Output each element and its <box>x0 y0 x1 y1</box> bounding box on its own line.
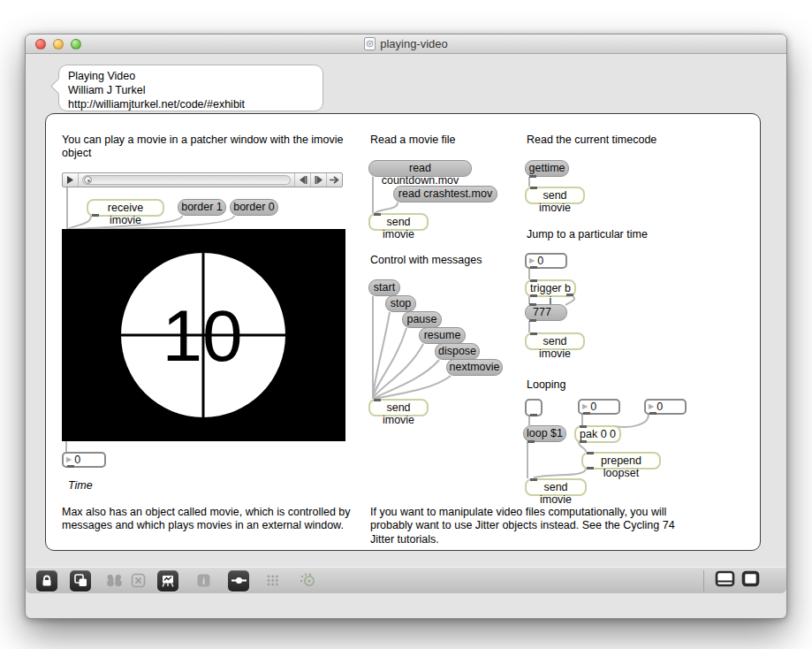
window-split-button[interactable] <box>715 570 735 591</box>
resume-message[interactable]: resume <box>419 327 466 344</box>
loop-left-value: 0 <box>590 401 596 413</box>
send-imovie-object-2[interactable]: send imovie <box>368 399 429 416</box>
nextmovie-message[interactable]: nextmovie <box>446 359 503 376</box>
prepend-loopset-object[interactable]: prepend loopset <box>581 452 661 470</box>
trigger-right-outlet <box>566 294 573 296</box>
window-title: playing-video <box>26 37 786 50</box>
time-value: 0 <box>74 454 80 466</box>
stop-message[interactable]: stop <box>385 295 416 312</box>
new-object-icon <box>74 574 87 587</box>
border-1-message[interactable]: border 1 <box>178 199 226 216</box>
browse-icon <box>106 574 123 587</box>
window-full-icon <box>741 570 760 587</box>
movie-display[interactable]: 10 <box>62 229 345 441</box>
window-full-button[interactable] <box>741 570 760 591</box>
playbar-knob[interactable] <box>84 176 92 184</box>
border-0-message[interactable]: border 0 <box>230 199 278 216</box>
jump-end-button[interactable] <box>326 173 342 187</box>
read-movie-file-label: Read a movie file <box>370 134 456 147</box>
timer-icon <box>300 573 315 588</box>
looping-label: Looping <box>527 378 566 392</box>
patchcord-button[interactable] <box>228 570 249 592</box>
play-button[interactable] <box>63 173 79 187</box>
browse-button[interactable] <box>103 570 125 592</box>
countdown-frame: 10 <box>62 229 345 441</box>
playbar[interactable] <box>62 172 343 187</box>
delete-button[interactable] <box>127 570 148 592</box>
patcher-canvas[interactable]: You can play a movie in a patcher window… <box>45 113 761 551</box>
delete-icon <box>131 573 146 588</box>
toolbar-right-group <box>703 570 786 592</box>
grid-icon <box>267 575 281 586</box>
lock-button[interactable] <box>36 570 57 592</box>
document-icon <box>364 37 376 50</box>
presentation-icon <box>161 574 175 588</box>
control-with-messages-label: Control with messages <box>370 254 482 267</box>
time-777-message[interactable]: 777 <box>525 304 567 321</box>
jump-time-value: 0 <box>537 255 543 267</box>
pak-object[interactable]: pak 0 0 <box>574 425 621 443</box>
arrow-right-icon <box>330 176 339 184</box>
step-back-icon <box>299 176 307 184</box>
read-timecode-label: Read the current timecode <box>527 134 656 147</box>
playbar-track[interactable] <box>82 175 291 185</box>
loop-right-value: 0 <box>656 401 663 413</box>
read-crashtest-message[interactable]: read crashtest.mov <box>393 186 497 202</box>
countdown-number: 10 <box>162 295 242 376</box>
bottom-toolbar: i <box>26 567 786 593</box>
presentation-button[interactable] <box>157 570 178 592</box>
numbox-arrow-icon: ▶ <box>66 456 72 463</box>
send-imovie-object-4[interactable]: send imovie <box>525 332 585 350</box>
info-icon: i <box>196 573 211 588</box>
credit-line-2: William J Turkel <box>68 83 314 97</box>
title-bar[interactable]: playing-video <box>26 34 786 54</box>
send-imovie-object-3[interactable]: send imovie <box>525 187 585 204</box>
movie-note-comment: Max also has an object called movie, whi… <box>62 506 353 533</box>
numbox-arrow-icon: ▶ <box>529 257 535 264</box>
read-countdown-message[interactable]: read countdown.mov <box>368 160 472 177</box>
patchcord-icon <box>231 576 247 585</box>
time-label: Time <box>68 479 93 492</box>
numbox-arrow-icon: ▶ <box>582 403 588 410</box>
loop-right-number-box[interactable]: ▶0 <box>644 399 687 415</box>
svg-text:i: i <box>201 576 204 586</box>
pause-message[interactable]: pause <box>402 311 442 328</box>
new-object-button[interactable] <box>70 570 91 592</box>
window-content: Playing Video William J Turkel http://wi… <box>26 54 786 593</box>
timer-button[interactable] <box>297 570 318 592</box>
grid-button[interactable] <box>263 570 285 592</box>
start-message[interactable]: start <box>368 279 400 296</box>
step-forward-button[interactable] <box>310 173 326 187</box>
jump-to-time-label: Jump to a particular time <box>527 228 648 241</box>
lock-icon <box>41 575 53 587</box>
patcher-window: playing-video Playing Video William J Tu… <box>25 34 787 619</box>
credit-bubble: Playing Video William J Turkel http://wi… <box>58 65 323 111</box>
loop-left-number-box[interactable]: ▶0 <box>578 399 620 415</box>
info-button[interactable]: i <box>193 570 214 592</box>
send-imovie-object-1[interactable]: send imovie <box>368 213 429 231</box>
jump-time-number-box[interactable]: ▶0 <box>525 253 567 269</box>
jitter-note-comment: If you want to manipulate video files co… <box>370 506 675 546</box>
gettime-message[interactable]: gettime <box>525 160 569 177</box>
step-back-button[interactable] <box>294 173 310 187</box>
window-title-text: playing-video <box>380 37 448 50</box>
send-imovie-object-5[interactable]: send imovie <box>525 478 587 496</box>
receive-imovie-object[interactable]: receive imovie <box>87 199 164 217</box>
time-number-box[interactable]: ▶0 <box>62 452 106 468</box>
window-split-icon <box>715 570 735 587</box>
numbox-arrow-icon: ▶ <box>649 403 654 410</box>
dispose-message[interactable]: dispose <box>435 343 480 360</box>
credit-line-3: http://williamjturkel.net/code/#exhibit <box>68 97 314 111</box>
loop-toggle[interactable] <box>525 399 543 416</box>
play-icon <box>66 176 74 184</box>
credit-line-1: Playing Video <box>68 69 314 83</box>
step-forward-icon <box>315 176 323 184</box>
loop-message[interactable]: loop $1 <box>523 425 566 442</box>
intro-comment: You can play a movie in a patcher window… <box>62 134 353 161</box>
